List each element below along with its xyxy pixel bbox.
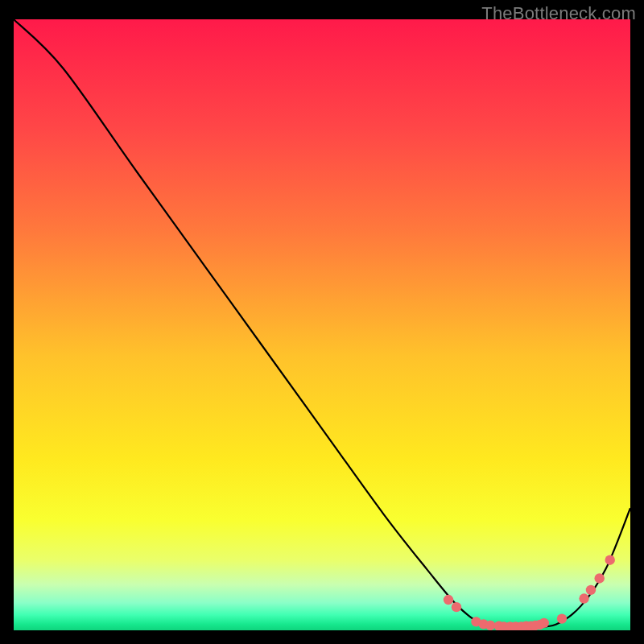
watermark-text: TheBottleneck.com bbox=[481, 3, 636, 24]
data-point bbox=[557, 613, 567, 623]
data-point bbox=[452, 602, 461, 612]
data-point bbox=[595, 573, 605, 583]
scatter-dots bbox=[14, 19, 630, 630]
data-point bbox=[586, 585, 596, 595]
data-point bbox=[539, 618, 549, 628]
plot-area bbox=[14, 19, 630, 630]
data-point bbox=[579, 593, 588, 603]
data-point bbox=[605, 555, 615, 565]
data-point bbox=[444, 595, 453, 605]
chart-frame: TheBottleneck.com bbox=[0, 0, 644, 644]
data-point bbox=[485, 621, 495, 630]
